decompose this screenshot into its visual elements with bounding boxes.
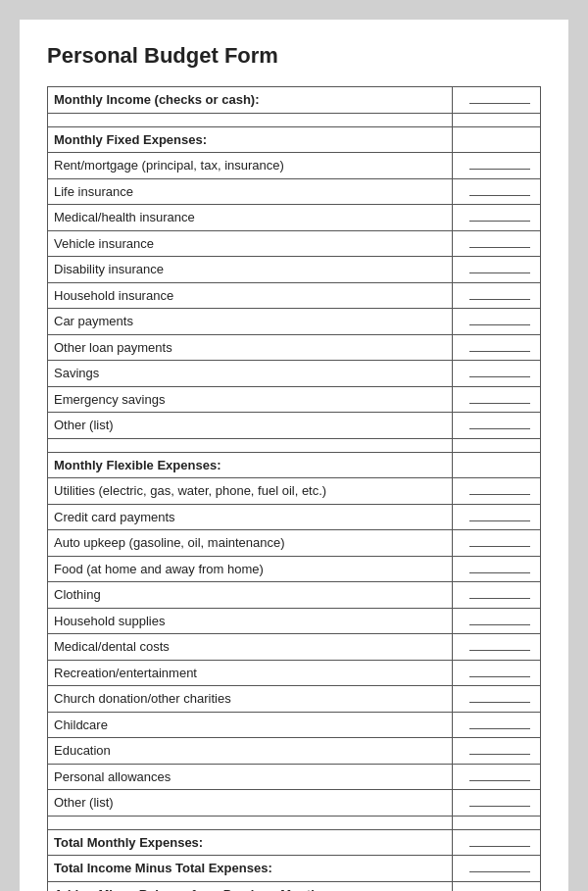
row-label: Rent/mortgage (principal, tax, insurance…	[48, 153, 453, 179]
row-value-cell[interactable]	[453, 686, 541, 713]
row-value-cell[interactable]	[453, 361, 541, 387]
row-label: Household insurance	[48, 282, 453, 309]
row-value-cell[interactable]	[453, 478, 541, 505]
row-value-cell[interactable]	[453, 309, 541, 335]
row-value-cell[interactable]	[453, 153, 541, 179]
table-row: Other loan payments	[48, 334, 541, 361]
row-label: Education	[48, 738, 453, 765]
table-row: Household supplies	[48, 608, 541, 634]
table-row: Clothing	[48, 582, 541, 609]
table-row: Church donation/other charities	[48, 686, 541, 713]
section-header-label: Monthly Flexible Expenses:	[48, 452, 453, 478]
row-value-cell[interactable]	[453, 712, 541, 738]
income-header-row: Monthly Income (checks or cash):	[48, 87, 541, 114]
table-row: Personal allowances	[48, 764, 541, 790]
section-header-row: Monthly Flexible Expenses:	[48, 452, 541, 478]
row-value-cell[interactable]	[453, 334, 541, 361]
row-value-cell[interactable]	[453, 530, 541, 557]
table-row: Childcare	[48, 712, 541, 738]
row-value-cell[interactable]	[453, 504, 541, 530]
page-title: Personal Budget Form	[47, 43, 541, 69]
table-row: Other (list)	[48, 790, 541, 817]
table-row: Education	[48, 738, 541, 765]
row-label: Credit card payments	[48, 504, 453, 530]
summary-row: Total Income Minus Total Expenses:	[48, 856, 541, 882]
section-header-value-cell	[453, 452, 541, 478]
row-label: Other (list)	[48, 790, 453, 817]
table-row: Rent/mortgage (principal, tax, insurance…	[48, 153, 541, 179]
row-label: Vehicle insurance	[48, 230, 453, 257]
section-header-value-cell	[453, 126, 541, 153]
table-row: Car payments	[48, 309, 541, 335]
table-row: Medical/dental costs	[48, 634, 541, 661]
section-header-row: Monthly Fixed Expenses:	[48, 126, 541, 153]
table-row: Medical/health insurance	[48, 205, 541, 231]
row-label: Household supplies	[48, 608, 453, 634]
table-row: Vehicle insurance	[48, 230, 541, 257]
row-label: Auto upkeep (gasoline, oil, maintenance)	[48, 530, 453, 557]
empty-row	[48, 438, 541, 452]
table-row: Life insurance	[48, 178, 541, 205]
row-value-cell[interactable]	[453, 634, 541, 661]
row-label: Personal allowances	[48, 764, 453, 790]
row-value-cell[interactable]	[453, 386, 541, 413]
empty-row	[48, 816, 541, 829]
summary-label: Total Income Minus Total Expenses:	[48, 856, 453, 882]
row-label: Life insurance	[48, 178, 453, 205]
income-header-label: Monthly Income (checks or cash):	[48, 87, 453, 114]
row-value-cell[interactable]	[453, 413, 541, 439]
row-label: Medical/health insurance	[48, 205, 453, 231]
row-value-cell[interactable]	[453, 257, 541, 283]
table-row: Household insurance	[48, 282, 541, 309]
row-label: Clothing	[48, 582, 453, 609]
row-label: Utilities (electric, gas, water, phone, …	[48, 478, 453, 505]
table-row: Savings	[48, 361, 541, 387]
row-label: Disability insurance	[48, 257, 453, 283]
table-row: Utilities (electric, gas, water, phone, …	[48, 478, 541, 505]
row-value-cell[interactable]	[453, 282, 541, 309]
row-value-cell[interactable]	[453, 178, 541, 205]
row-value-cell[interactable]	[453, 230, 541, 257]
budget-table: Monthly Income (checks or cash):Monthly …	[47, 86, 541, 891]
row-value-cell[interactable]	[453, 205, 541, 231]
section-header-label: Monthly Fixed Expenses:	[48, 126, 453, 153]
row-label: Food (at home and away from home)	[48, 556, 453, 582]
row-label: Other (list)	[48, 413, 453, 439]
row-value-cell[interactable]	[453, 660, 541, 686]
row-value-cell[interactable]	[453, 738, 541, 765]
row-label: Savings	[48, 361, 453, 387]
table-row: Food (at home and away from home)	[48, 556, 541, 582]
row-value-cell[interactable]	[453, 556, 541, 582]
row-label: Church donation/other charities	[48, 686, 453, 713]
summary-value-cell[interactable]	[453, 829, 541, 856]
page: Personal Budget Form Monthly Income (che…	[20, 20, 568, 891]
row-value-cell[interactable]	[453, 582, 541, 609]
row-label: Emergency savings	[48, 386, 453, 413]
summary-label: Total Monthly Expenses:	[48, 829, 453, 856]
row-label: Recreation/entertainment	[48, 660, 453, 686]
summary-row: Total Monthly Expenses:	[48, 829, 541, 856]
table-row: Emergency savings	[48, 386, 541, 413]
row-value-cell[interactable]	[453, 790, 541, 817]
row-label: Other loan payments	[48, 334, 453, 361]
table-row: Recreation/entertainment	[48, 660, 541, 686]
table-row: Auto upkeep (gasoline, oil, maintenance)	[48, 530, 541, 557]
row-label: Car payments	[48, 309, 453, 335]
row-value-cell[interactable]	[453, 608, 541, 634]
table-row: Credit card payments	[48, 504, 541, 530]
table-row: Other (list)	[48, 413, 541, 439]
income-value-cell[interactable]	[453, 87, 541, 114]
row-label: Childcare	[48, 712, 453, 738]
summary-value-cell[interactable]	[453, 856, 541, 882]
summary-row: Add or Minus Balance from Previous Month…	[48, 881, 541, 891]
row-label: Medical/dental costs	[48, 634, 453, 661]
row-value-cell[interactable]	[453, 764, 541, 790]
empty-row	[48, 113, 541, 126]
summary-label: Add or Minus Balance from Previous Month…	[48, 881, 453, 891]
summary-value-cell[interactable]	[453, 881, 541, 891]
table-row: Disability insurance	[48, 257, 541, 283]
